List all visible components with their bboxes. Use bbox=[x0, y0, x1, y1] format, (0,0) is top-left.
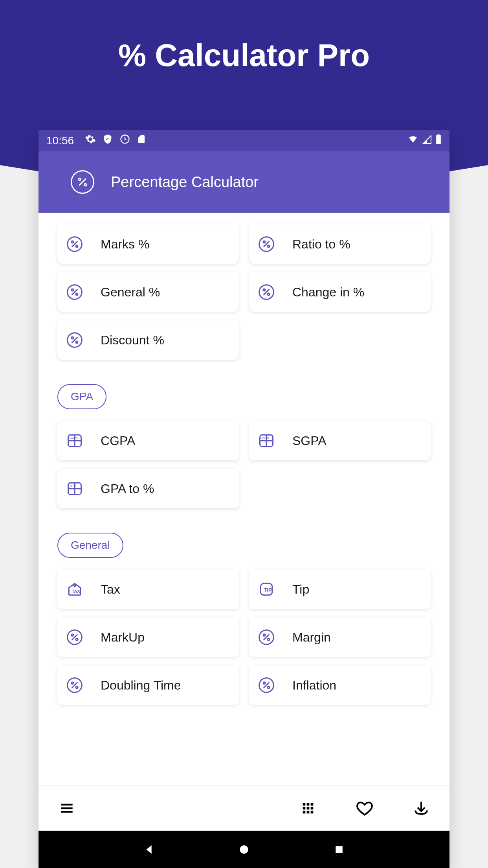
svg-rect-72 bbox=[336, 846, 343, 853]
percent-icon bbox=[66, 331, 83, 349]
android-recents-button[interactable] bbox=[331, 842, 347, 857]
svg-rect-66 bbox=[311, 807, 314, 809]
svg-rect-63 bbox=[311, 803, 314, 805]
card-label: CGPA bbox=[101, 434, 135, 448]
apps-grid-button[interactable] bbox=[299, 800, 317, 817]
app-bar-title: Percentage Calculator bbox=[111, 174, 259, 191]
gpa-icon: GPA bbox=[66, 480, 83, 497]
card-label: Tax bbox=[101, 582, 120, 597]
svg-point-8 bbox=[72, 241, 73, 243]
svg-line-23 bbox=[72, 337, 78, 343]
card-tip[interactable]: TIP Tip bbox=[249, 570, 431, 609]
card-label: Doubling Time bbox=[101, 678, 181, 693]
signal-icon bbox=[422, 134, 432, 147]
svg-point-9 bbox=[76, 245, 78, 247]
refresh-icon bbox=[119, 134, 130, 147]
bottom-toolbar bbox=[39, 785, 449, 831]
android-home-button[interactable] bbox=[236, 842, 252, 857]
svg-rect-61 bbox=[303, 803, 306, 805]
percent-icon bbox=[66, 629, 83, 646]
svg-line-47 bbox=[264, 634, 270, 640]
svg-line-55 bbox=[264, 682, 270, 688]
svg-point-44 bbox=[72, 634, 73, 636]
svg-point-24 bbox=[72, 337, 73, 339]
svg-rect-2 bbox=[438, 134, 440, 135]
gpa-icon: SGPA bbox=[258, 432, 275, 449]
card-margin[interactable]: Margin bbox=[249, 618, 431, 657]
svg-point-49 bbox=[268, 638, 270, 640]
svg-point-5 bbox=[84, 184, 86, 186]
card-tax[interactable]: TAX Tax bbox=[57, 570, 239, 609]
card-change-in-percent[interactable]: Change in % bbox=[249, 272, 431, 312]
section-pill-gpa[interactable]: GPA bbox=[57, 384, 106, 409]
card-label: Discount % bbox=[101, 333, 164, 348]
favorite-button[interactable] bbox=[356, 800, 373, 817]
svg-line-43 bbox=[72, 634, 78, 640]
app-logo-icon bbox=[71, 170, 94, 194]
card-discount-percent[interactable]: Discount % bbox=[57, 320, 239, 360]
sd-card-icon bbox=[137, 134, 146, 147]
android-nav bbox=[39, 831, 449, 868]
svg-text:GPA: GPA bbox=[70, 484, 76, 487]
svg-rect-68 bbox=[307, 811, 310, 813]
svg-point-57 bbox=[268, 686, 270, 688]
svg-rect-62 bbox=[307, 803, 310, 805]
card-gpa-to-percent[interactable]: GPA GPA to % bbox=[57, 469, 239, 508]
section-pill-general[interactable]: General bbox=[57, 533, 123, 558]
svg-line-19 bbox=[264, 289, 270, 295]
svg-rect-69 bbox=[311, 811, 314, 813]
gpa-icon: CGPA bbox=[66, 432, 83, 449]
percent-icon bbox=[258, 677, 275, 694]
svg-text:TAX: TAX bbox=[72, 589, 81, 594]
percent-icon bbox=[66, 677, 83, 694]
card-inflation[interactable]: Inflation bbox=[249, 666, 431, 705]
svg-rect-1 bbox=[436, 135, 441, 144]
card-label: General % bbox=[101, 285, 160, 300]
card-label: Ratio to % bbox=[292, 237, 350, 252]
svg-line-15 bbox=[72, 289, 78, 295]
svg-rect-67 bbox=[303, 811, 306, 813]
percent-icon bbox=[258, 629, 275, 646]
card-sgpa[interactable]: SGPA SGPA bbox=[249, 421, 431, 460]
svg-point-12 bbox=[263, 241, 265, 243]
card-label: Inflation bbox=[292, 678, 336, 693]
status-left: 10:56 bbox=[46, 134, 146, 147]
android-back-button[interactable] bbox=[141, 842, 157, 857]
card-general-percent[interactable]: General % bbox=[57, 272, 239, 312]
shield-icon bbox=[102, 134, 113, 147]
svg-point-20 bbox=[263, 289, 265, 291]
percent-icon bbox=[66, 235, 83, 253]
top-grid: Marks % Ratio to % General % Change in %… bbox=[57, 224, 431, 360]
svg-text:TIP: TIP bbox=[264, 587, 272, 593]
card-doubling-time[interactable]: Doubling Time bbox=[57, 666, 239, 705]
card-marks-percent[interactable]: Marks % bbox=[57, 224, 239, 264]
svg-point-25 bbox=[76, 341, 78, 343]
svg-rect-64 bbox=[303, 807, 306, 809]
card-markup[interactable]: MarkUp bbox=[57, 618, 239, 657]
card-ratio-to-percent[interactable]: Ratio to % bbox=[249, 224, 431, 264]
phone-frame: 10:56 bbox=[39, 130, 449, 868]
svg-line-7 bbox=[72, 241, 78, 247]
app-bar: Percentage Calculator bbox=[39, 151, 449, 213]
download-button[interactable] bbox=[413, 800, 430, 817]
percent-icon bbox=[258, 283, 275, 301]
status-right bbox=[407, 134, 442, 147]
card-cgpa[interactable]: CGPA CGPA bbox=[57, 421, 239, 460]
svg-rect-65 bbox=[307, 807, 310, 809]
svg-point-17 bbox=[76, 293, 78, 295]
card-label: Margin bbox=[292, 630, 331, 645]
svg-point-13 bbox=[268, 245, 270, 247]
percent-icon bbox=[258, 235, 275, 253]
card-label: GPA to % bbox=[101, 482, 154, 496]
hero-title: % Calculator Pro bbox=[0, 0, 488, 74]
svg-line-11 bbox=[264, 241, 270, 247]
gear-icon bbox=[85, 134, 96, 147]
status-bar: 10:56 bbox=[39, 130, 449, 151]
card-label: Tip bbox=[292, 582, 309, 597]
percent-icon bbox=[66, 283, 83, 301]
svg-text:SGPA: SGPA bbox=[261, 436, 269, 440]
svg-point-38 bbox=[74, 585, 75, 587]
content-area[interactable]: Marks % Ratio to % General % Change in %… bbox=[39, 213, 449, 785]
svg-point-45 bbox=[76, 638, 78, 640]
menu-button[interactable] bbox=[58, 800, 75, 817]
